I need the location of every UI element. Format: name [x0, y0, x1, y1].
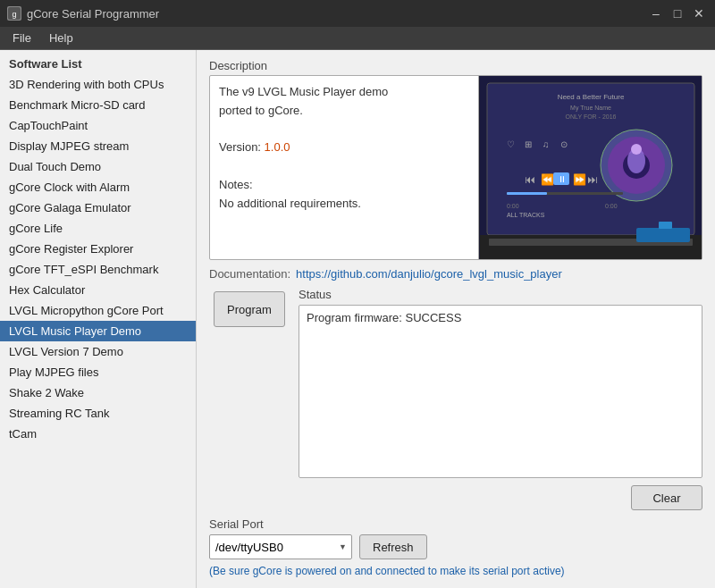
svg-text:⏸: ⏸ [558, 174, 567, 184]
clear-button[interactable]: Clear [631, 485, 702, 510]
serial-port-select[interactable]: /dev/ttyUSB0 [209, 534, 352, 559]
minimize-button[interactable]: – [647, 4, 665, 22]
sidebar-item-benchmark[interactable]: Benchmark Micro-SD card [0, 95, 196, 115]
sidebar-item-play-mjpeg[interactable]: Play MJPEG files [0, 362, 196, 382]
desc-line2: ported to gCore. [219, 102, 469, 121]
svg-text:⊞: ⊞ [525, 139, 532, 149]
version-value: 1.0.0 [265, 140, 290, 154]
titlebar-controls: – □ ✕ [647, 4, 708, 22]
svg-text:g: g [12, 10, 16, 19]
svg-text:♡: ♡ [507, 139, 515, 149]
menu-help[interactable]: Help [40, 29, 82, 47]
doc-link[interactable]: https://github.com/danjulio/gcore_lvgl_m… [296, 267, 562, 281]
main-content: Software List 3D Rendering with both CPU… [0, 50, 715, 588]
doc-label: Documentation: [209, 267, 290, 281]
svg-text:⏩: ⏩ [573, 172, 586, 186]
svg-text:⊙: ⊙ [560, 139, 568, 149]
serial-select-wrapper: /dev/ttyUSB0 [209, 534, 352, 559]
sidebar: Software List 3D Rendering with both CPU… [0, 50, 197, 588]
sidebar-item-captouchpaint[interactable]: CapTouchPaint [0, 115, 196, 136]
sidebar-item-streaming-rc[interactable]: Streaming RC Tank [0, 403, 196, 424]
description-text: The v9 LVGL Music Player demo ported to … [210, 76, 478, 259]
status-box: Program firmware: SUCCESS [299, 305, 702, 478]
svg-text:ONLY FOR - 2016: ONLY FOR - 2016 [565, 113, 616, 120]
titlebar: g gCore Serial Programmer – □ ✕ [0, 0, 715, 27]
desc-version: Version: 1.0.0 [219, 139, 469, 157]
sidebar-item-tft-benchmark[interactable]: gCore TFT_eSPI Benchmark [0, 259, 196, 280]
sidebar-item-hex-calc[interactable]: Hex Calculator [0, 280, 196, 300]
doc-row: Documentation: https://github.com/danjul… [209, 267, 702, 281]
sidebar-item-dual-touch[interactable]: Dual Touch Demo [0, 156, 196, 177]
titlebar-title: gCore Serial Programmer [27, 7, 159, 21]
sidebar-item-display-mjpeg[interactable]: Display MJPEG stream [0, 136, 196, 156]
app-icon: g [7, 6, 21, 21]
desc-notes-value: No additional requirements. [219, 195, 469, 214]
clear-row: Clear [209, 485, 702, 510]
svg-rect-29 [636, 228, 690, 242]
program-col: Program [209, 288, 290, 478]
music-player-preview: Need a Better Future My True Name ONLY F… [480, 76, 702, 259]
serial-section: Serial Port /dev/ttyUSB0 Refresh (Be sur… [209, 517, 702, 579]
svg-text:0:00: 0:00 [507, 203, 519, 209]
sidebar-item-tcam[interactable]: tCam [0, 424, 196, 444]
sidebar-item-clock[interactable]: gCore Clock with Alarm [0, 177, 196, 197]
serial-hint: (Be sure gCore is powered on and connect… [209, 563, 702, 579]
svg-text:⏮: ⏮ [525, 173, 535, 186]
sidebar-item-3d-rendering[interactable]: 3D Rendering with both CPUs [0, 74, 196, 95]
status-label: Status [299, 288, 702, 301]
svg-text:⏭: ⏭ [587, 173, 598, 186]
serial-hint-highlight: make its serial port active [440, 565, 560, 577]
svg-rect-30 [659, 222, 672, 229]
refresh-button[interactable]: Refresh [359, 534, 427, 559]
desc-line1: The v9 LVGL Music Player demo [219, 83, 469, 102]
menubar: File Help [0, 27, 715, 50]
sidebar-item-register-explorer[interactable]: gCore Register Explorer [0, 239, 196, 259]
sidebar-item-shake2wake[interactable]: Shake 2 Wake [0, 382, 196, 403]
status-row: Program Status Program firmware: SUCCESS [209, 288, 702, 478]
serial-hint-suffix: ) [561, 565, 565, 577]
svg-text:⏪: ⏪ [541, 172, 554, 186]
status-col: Status Program firmware: SUCCESS [299, 288, 702, 478]
sidebar-item-life[interactable]: gCore Life [0, 218, 196, 239]
maximize-button[interactable]: □ [669, 4, 686, 22]
description-area: The v9 LVGL Music Player demo ported to … [209, 75, 702, 260]
desc-notes-label: Notes: [219, 176, 469, 195]
svg-point-11 [631, 144, 642, 155]
svg-text:Need a Better Future: Need a Better Future [557, 93, 624, 101]
serial-row: /dev/ttyUSB0 Refresh [209, 534, 702, 559]
svg-rect-23 [507, 192, 547, 195]
sidebar-item-lvgl-music-player[interactable]: LVGL Music Player Demo [0, 321, 196, 341]
version-label: Version: [219, 140, 265, 154]
svg-text:0:00: 0:00 [605, 203, 618, 209]
sidebar-item-lvgl-micropython[interactable]: LVGL Micropython gCore Port [0, 300, 196, 321]
status-message: Program firmware: SUCCESS [307, 311, 461, 324]
serial-port-label: Serial Port [209, 517, 702, 531]
program-button[interactable]: Program [214, 291, 285, 327]
description-image: Need a Better Future My True Name ONLY F… [478, 76, 702, 259]
svg-text:My True Name: My True Name [570, 105, 611, 112]
description-label: Description [209, 59, 702, 72]
serial-hint-prefix: (Be sure gCore is powered on and connect… [209, 565, 440, 577]
sidebar-item-galaga[interactable]: gCore Galaga Emulator [0, 197, 196, 218]
sidebar-title: Software List [0, 50, 196, 74]
right-panel: Description The v9 LVGL Music Player dem… [197, 50, 715, 588]
svg-text:ALL TRACKS: ALL TRACKS [507, 212, 545, 218]
titlebar-left: g gCore Serial Programmer [7, 6, 159, 21]
menu-file[interactable]: File [4, 29, 40, 47]
sidebar-item-lvgl-v7[interactable]: LVGL Version 7 Demo [0, 341, 196, 362]
svg-text:♫: ♫ [543, 139, 550, 149]
close-button[interactable]: ✕ [690, 4, 708, 22]
